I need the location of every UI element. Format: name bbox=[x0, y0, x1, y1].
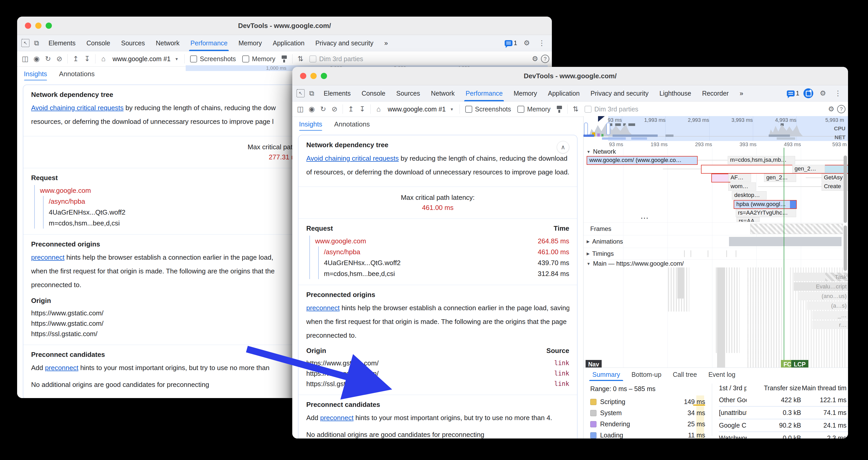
network-request-box[interactable]: hpba (www.googl… bbox=[734, 200, 797, 209]
download-profile-icon[interactable]: ↧ bbox=[82, 54, 93, 64]
panel-settings-icon[interactable]: ⚙ bbox=[826, 104, 837, 114]
network-request-box[interactable]: gen_2… bbox=[764, 174, 796, 182]
sidebar-toggle-icon[interactable]: ◫ bbox=[295, 104, 306, 114]
tab-insights[interactable]: Insights bbox=[24, 67, 47, 81]
tab-sources[interactable]: Sources bbox=[391, 85, 426, 101]
gear-icon[interactable]: ⚙ bbox=[521, 38, 532, 48]
clear-icon[interactable]: ⊘ bbox=[329, 104, 340, 114]
kebab-menu-icon[interactable]: ⋮ bbox=[536, 38, 547, 48]
network-request-box[interactable]: rs=AA2YrTvgUhc… bbox=[736, 209, 796, 217]
tab-lighthouse[interactable]: Lighthouse bbox=[654, 85, 696, 101]
kebab-menu-icon[interactable]: ⋮ bbox=[833, 88, 843, 99]
tab-insights[interactable]: Insights bbox=[299, 117, 322, 131]
table-row[interactable]: [unattributed] 0.3 kB 74.1 ms bbox=[719, 406, 848, 419]
flame-label-underscore[interactable]: _… bbox=[812, 311, 848, 320]
minimap-right-handle[interactable] bbox=[606, 123, 610, 135]
tab-network[interactable]: Network bbox=[150, 35, 185, 51]
memory-checkbox[interactable]: Memory bbox=[515, 105, 553, 113]
nav-marker[interactable]: Nav bbox=[586, 360, 602, 367]
table-row[interactable]: Google CDN 90.2 kB 24.1 ms bbox=[719, 419, 848, 432]
tab-memory[interactable]: Memory bbox=[508, 85, 542, 101]
avoid-chaining-link[interactable]: Avoid chaining critical requests bbox=[31, 104, 123, 112]
request-row[interactable]: www.google.com264.85 ms bbox=[315, 236, 569, 247]
timeline-minimap[interactable]: 93 ms 1,993 ms 2,993 ms 3,993 ms 4,993 m… bbox=[584, 116, 848, 141]
flame-label-a-s[interactable]: (a…s) bbox=[807, 301, 848, 310]
main-scrollbar-thumb[interactable] bbox=[844, 226, 847, 271]
frames-track[interactable]: Frames bbox=[584, 222, 848, 235]
memory-checkbox[interactable]: Memory bbox=[239, 55, 278, 63]
inspect-icon[interactable]: ↖ bbox=[21, 39, 30, 47]
network-request-box[interactable]: rs=AA bbox=[737, 217, 760, 222]
target-selector[interactable]: www.google.com #1▼ bbox=[384, 105, 457, 113]
tab-memory[interactable]: Memory bbox=[233, 35, 267, 51]
home-icon[interactable]: ⌂ bbox=[373, 104, 384, 114]
panel-settings-icon[interactable]: ⚙ bbox=[530, 54, 540, 64]
preconnect-link[interactable]: preconnect bbox=[306, 304, 340, 312]
help-icon[interactable]: ? bbox=[837, 105, 845, 113]
titlebar[interactable]: DevTools - www.google.com/ bbox=[292, 67, 848, 85]
reload-record-icon[interactable]: ↻ bbox=[42, 54, 54, 64]
tab-privacy[interactable]: Privacy and security bbox=[585, 85, 654, 101]
more-rows-indicator[interactable]: ⋯ bbox=[640, 213, 649, 223]
tab-performance[interactable]: Performance bbox=[185, 35, 233, 51]
dim-3rd-parties-checkbox[interactable]: Dim 3rd parties bbox=[582, 105, 641, 113]
more-tabs-button[interactable]: » bbox=[379, 35, 394, 51]
issues-counter[interactable]: 1 bbox=[787, 90, 799, 97]
device-toolbar-icon[interactable]: ⧉ bbox=[306, 88, 317, 99]
request-row[interactable]: m=cdos,hsm...bee,d,csi312.84 ms bbox=[324, 268, 569, 279]
tab-application[interactable]: Application bbox=[542, 85, 585, 101]
flame-label-r[interactable]: r… bbox=[812, 321, 848, 329]
issues-counter[interactable]: 1 bbox=[505, 39, 517, 47]
main-thread-flame-chart[interactable]: Task Evalu…cript (ano…us) (a…s) _… r… Na… bbox=[584, 267, 848, 367]
tab-privacy[interactable]: Privacy and security bbox=[310, 35, 379, 51]
network-track-header[interactable]: ▼ Network bbox=[584, 148, 848, 156]
network-request-box[interactable] bbox=[711, 174, 730, 183]
tab-elements[interactable]: Elements bbox=[43, 35, 81, 51]
gc-brush-icon[interactable] bbox=[554, 104, 565, 114]
tab-network[interactable]: Network bbox=[426, 85, 460, 101]
more-tabs-button[interactable]: » bbox=[734, 85, 749, 101]
network-scrollbar-thumb[interactable] bbox=[844, 156, 847, 223]
zoom-button[interactable] bbox=[321, 73, 327, 79]
network-request-box[interactable]: wom… bbox=[728, 183, 756, 191]
gc-brush-icon[interactable] bbox=[279, 54, 290, 64]
preconnect-link[interactable]: preconnect bbox=[320, 414, 354, 422]
target-selector[interactable]: www.google.com #1▼ bbox=[110, 55, 182, 63]
screenshots-checkbox[interactable]: Screenshots bbox=[462, 105, 514, 113]
network-request-box[interactable]: gen_2… bbox=[792, 165, 825, 173]
timings-track[interactable]: ▶ Timings bbox=[584, 248, 848, 259]
network-request-box[interactable]: desktop… bbox=[732, 191, 767, 200]
tab-recorder[interactable]: Recorder bbox=[696, 85, 734, 101]
preconnect-link[interactable]: preconnect bbox=[31, 254, 65, 261]
dim-3rd-parties-checkbox[interactable]: Dim 3rd parties bbox=[307, 55, 366, 63]
record-icon[interactable]: ◉ bbox=[31, 54, 42, 64]
table-row[interactable]: Watchword… 0.0 kB 2.3 ms bbox=[719, 432, 848, 438]
zoom-button[interactable] bbox=[45, 23, 52, 29]
collapse-card-button[interactable]: ∧ bbox=[557, 141, 569, 154]
preconnect-link[interactable]: preconnect bbox=[45, 364, 79, 372]
network-request-box[interactable]: AF… bbox=[728, 174, 751, 182]
minimize-button[interactable] bbox=[310, 73, 317, 79]
tab-event-log[interactable]: Event log bbox=[703, 368, 741, 381]
inspect-icon[interactable]: ↖ bbox=[297, 89, 305, 97]
flame-label-task[interactable]: Task bbox=[794, 273, 848, 281]
tab-call-tree[interactable]: Call tree bbox=[667, 368, 703, 381]
network-request-box[interactable]: 4UaGrENH… bbox=[701, 165, 848, 174]
clear-icon[interactable]: ⊘ bbox=[54, 54, 65, 64]
tab-elements[interactable]: Elements bbox=[318, 85, 356, 101]
device-toolbar-icon[interactable]: ⧉ bbox=[31, 38, 42, 48]
flame-label-anonymous[interactable]: (ano…us) bbox=[799, 292, 848, 300]
tab-console[interactable]: Console bbox=[356, 85, 391, 101]
lcp-marker[interactable]: LCP bbox=[791, 360, 808, 367]
close-button[interactable] bbox=[300, 73, 306, 79]
minimap-left-handle[interactable] bbox=[584, 123, 588, 135]
upload-profile-icon[interactable]: ↥ bbox=[345, 104, 356, 114]
record-icon[interactable]: ◉ bbox=[306, 104, 317, 114]
request-row[interactable]: 4UaGrENHsx...QtG.woff2439.70 ms bbox=[324, 257, 569, 268]
close-button[interactable] bbox=[25, 23, 31, 29]
ai-assistant-icon[interactable] bbox=[803, 88, 813, 98]
tab-annotations[interactable]: Annotations bbox=[334, 117, 370, 131]
screenshots-checkbox[interactable]: Screenshots bbox=[187, 55, 239, 63]
upload-profile-icon[interactable]: ↥ bbox=[70, 54, 81, 64]
fit-window-icon[interactable]: ⇅ bbox=[295, 54, 306, 64]
